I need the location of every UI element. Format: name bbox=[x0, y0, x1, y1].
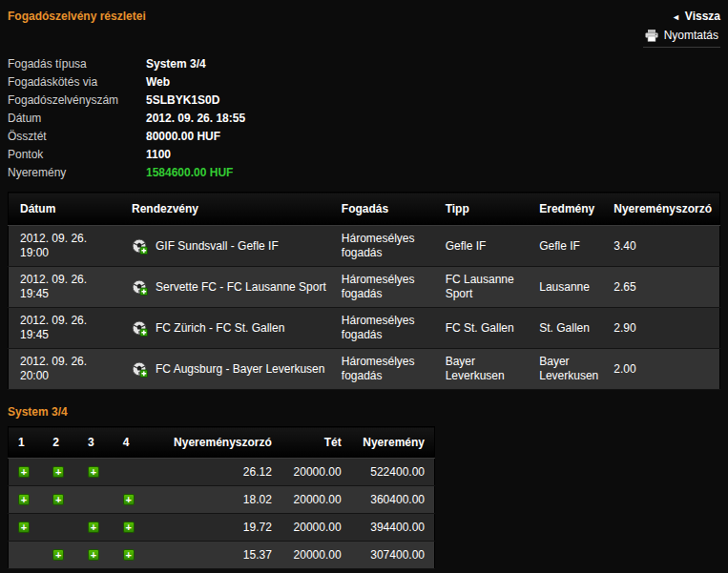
event-date: 2012. 09. 26. 19:45 bbox=[9, 308, 125, 349]
odds: 3.40 bbox=[606, 226, 719, 267]
detail-row: Nyeremény 1584600.00 HUF bbox=[8, 164, 720, 182]
bet-type: Háromesélyes fogadás bbox=[334, 349, 438, 390]
event-cell: GIF Sundsvall - Gefle IF bbox=[132, 238, 326, 255]
system-row: + + + + 18.02 20000.00 360400.00 bbox=[9, 486, 435, 514]
result: Lausanne bbox=[531, 267, 606, 308]
winnings-value: 1584600.00 HUF bbox=[146, 164, 233, 182]
col-header-multiplier: Nyereményszorzó bbox=[149, 427, 281, 459]
event-cell: FC Zürich - FC St. Gallen bbox=[132, 320, 326, 337]
detail-label: Dátum bbox=[8, 110, 146, 128]
event-name: Servette FC - FC Lausanne Sport bbox=[156, 280, 326, 295]
print-label: Nyomtatás bbox=[664, 29, 718, 42]
channel-value: Web bbox=[146, 73, 170, 92]
odds: 2.65 bbox=[606, 267, 719, 308]
detail-row: Pontok 1100 bbox=[8, 146, 720, 164]
combo-stake: 20000.00 bbox=[281, 514, 351, 542]
system-row: + + + + 15.37 20000.00 307400.00 bbox=[9, 542, 435, 569]
detail-row: Fogadás típusa System 3/4 bbox=[8, 55, 720, 73]
total-stake-value: 80000.00 HUF bbox=[146, 128, 220, 146]
event-name: FC Zürich - FC St. Gallen bbox=[156, 321, 284, 336]
tip: FC Lausanne Sport bbox=[438, 267, 532, 308]
plus-icon: + bbox=[52, 494, 64, 505]
col-header-stake: Tét bbox=[281, 427, 351, 459]
col-header-4: 4 bbox=[114, 427, 149, 459]
col-header-date: Dátum bbox=[9, 193, 125, 226]
plus-icon: + bbox=[123, 494, 135, 505]
event-name: FC Augsburg - Bayer Leverkusen bbox=[156, 362, 324, 377]
bets-table: Dátum Rendezvény Fogadás Tipp Eredmény N… bbox=[8, 192, 720, 390]
bet-type: Háromesélyes fogadás bbox=[334, 267, 438, 308]
event-cell: FC Augsburg - Bayer Leverkusen bbox=[132, 361, 326, 378]
event-cell: Servette FC - FC Lausanne Sport bbox=[132, 279, 326, 296]
date-value: 2012. 09. 26. 18:55 bbox=[146, 110, 245, 128]
detail-row: Fogadáskötés via Web bbox=[8, 73, 720, 92]
col-header-tip: Tipp bbox=[438, 193, 532, 226]
event-date: 2012. 09. 26. 19:45 bbox=[9, 267, 125, 308]
detail-label: Fogadószelvényszám bbox=[8, 92, 146, 110]
table-row: 2012. 09. 26. 19:45 Servett bbox=[9, 267, 720, 308]
detail-label: Fogadás típusa bbox=[8, 55, 146, 73]
detail-label: Össztét bbox=[8, 128, 146, 146]
combo-odds: 19.72 bbox=[149, 514, 281, 542]
combo-odds: 15.37 bbox=[149, 542, 281, 569]
tip: Gefle IF bbox=[438, 226, 532, 267]
soccer-ball-icon bbox=[132, 320, 148, 337]
points-value: 1100 bbox=[146, 146, 171, 164]
table-row: 2012. 09. 26. 19:45 FC Züri bbox=[9, 308, 720, 349]
system-section-title: System 3/4 bbox=[8, 405, 720, 419]
page-title: Fogadószelvény részletei bbox=[8, 10, 146, 23]
detail-row: Össztét 80000.00 HUF bbox=[8, 128, 720, 146]
result: St. Gallen bbox=[531, 308, 606, 349]
plus-icon: + bbox=[123, 522, 135, 533]
event-date: 2012. 09. 26. 20:00 bbox=[9, 349, 125, 390]
combo-odds: 18.02 bbox=[149, 486, 281, 514]
detail-row: Fogadószelvényszám 5SLBYK1S0D bbox=[8, 92, 720, 110]
back-label: Vissza bbox=[685, 10, 720, 23]
detail-label: Pontok bbox=[8, 146, 146, 164]
table-row: 2012. 09. 26. 19:00 GIF Sun bbox=[9, 226, 720, 267]
plus-icon: + bbox=[18, 466, 30, 478]
topbar: Fogadószelvény részletei ◄ Vissza bbox=[8, 10, 720, 23]
back-button[interactable]: ◄ Vissza bbox=[672, 10, 720, 23]
col-header-winnings: Nyeremény bbox=[351, 427, 435, 459]
system-table-header-row: 1 2 3 4 Nyereményszorzó Tét Nyeremény bbox=[9, 427, 435, 459]
odds: 2.90 bbox=[606, 308, 719, 349]
detail-label: Fogadáskötés via bbox=[8, 73, 146, 92]
col-header-result: Eredmény bbox=[531, 193, 606, 226]
bets-table-header-row: Dátum Rendezvény Fogadás Tipp Eredmény N… bbox=[9, 193, 720, 226]
col-header-event: Rendezvény bbox=[124, 193, 334, 226]
plus-icon: + bbox=[52, 466, 64, 478]
plus-icon: + bbox=[18, 494, 30, 505]
system-row: + + + + 19.72 20000.00 394400.00 bbox=[9, 514, 435, 542]
plus-icon: + bbox=[88, 549, 99, 561]
result: Gefle IF bbox=[531, 226, 606, 267]
slip-number-value: 5SLBYK1S0D bbox=[146, 92, 219, 110]
soccer-ball-icon bbox=[132, 238, 148, 255]
combo-odds: 26.12 bbox=[149, 459, 281, 486]
tip: FC St. Gallen bbox=[438, 308, 532, 349]
detail-label: Nyeremény bbox=[8, 164, 146, 182]
printer-icon bbox=[645, 30, 658, 42]
col-header-1: 1 bbox=[9, 427, 44, 459]
system-table: 1 2 3 4 Nyereményszorzó Tét Nyeremény + … bbox=[8, 426, 435, 569]
table-row: 2012. 09. 26. 20:00 FC Augs bbox=[9, 349, 720, 390]
print-button[interactable]: Nyomtatás bbox=[643, 29, 720, 48]
col-header-2: 2 bbox=[43, 427, 78, 459]
soccer-ball-icon bbox=[132, 361, 148, 378]
result: Bayer Leverkusen bbox=[531, 349, 606, 390]
print-row: Nyomtatás bbox=[8, 29, 720, 48]
plus-icon: + bbox=[18, 522, 30, 533]
col-header-bet: Fogadás bbox=[334, 193, 438, 226]
event-date: 2012. 09. 26. 19:00 bbox=[9, 226, 125, 267]
bet-type: Háromesélyes fogadás bbox=[334, 308, 438, 349]
detail-row: Dátum 2012. 09. 26. 18:55 bbox=[8, 110, 720, 128]
bet-type-value: System 3/4 bbox=[146, 55, 206, 73]
betting-slip-details-page: Fogadószelvény részletei ◄ Vissza Nyomta… bbox=[0, 0, 728, 569]
col-header-3: 3 bbox=[78, 427, 114, 459]
combo-winnings: 394400.00 bbox=[351, 514, 435, 542]
event-name: GIF Sundsvall - Gefle IF bbox=[156, 239, 279, 254]
combo-winnings: 522400.00 bbox=[351, 459, 435, 486]
bet-type: Háromesélyes fogadás bbox=[334, 226, 438, 267]
combo-winnings: 360400.00 bbox=[351, 486, 435, 514]
odds: 2.00 bbox=[606, 349, 719, 390]
